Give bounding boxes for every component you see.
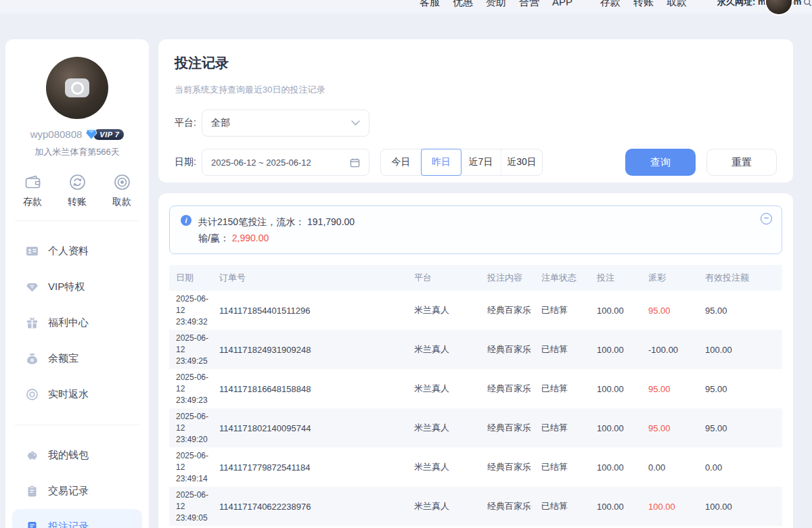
cell-order-no: 1141171824931909248 [215, 330, 410, 369]
nav-deposit[interactable]: 存款 [600, 0, 621, 10]
quick-date-last7[interactable]: 近7日 [461, 149, 501, 175]
sidebar-item-label: 余额宝 [48, 352, 78, 365]
sidebar: wyp080808 VIP 7 加入米兰体育第566天 存款 [5, 39, 149, 528]
cell-time: 23:49:23 [176, 395, 211, 406]
sidebar-item-rebate[interactable]: 实时返水 [12, 377, 142, 412]
quick-action-label: 取款 [112, 196, 131, 208]
platform-selected-value: 全部 [211, 117, 230, 129]
top-navigation-bar: 客服 优惠 赞助 合营 APP 存款 转账 取款 永久网址: milan.com [0, 0, 812, 14]
sidebar-item-yuebao[interactable]: 余额宝 [12, 341, 142, 377]
date-label: 日期: [175, 156, 202, 168]
page-layout: wyp080808 VIP 7 加入米兰体育第566天 存款 [5, 39, 793, 528]
quick-action-transfer[interactable]: 转账 [68, 173, 87, 208]
sidebar-item-wallet[interactable]: 我的钱包 [12, 437, 142, 473]
quick-date-today[interactable]: 今日 [381, 149, 422, 175]
quick-action-label: 转账 [68, 196, 87, 208]
col-bet: 投注 [593, 265, 644, 291]
cell-order-no: 1141171802140095744 [215, 408, 410, 448]
cell-bet: 100.00 [593, 487, 644, 526]
cell-content: 经典百家乐 [483, 330, 537, 369]
quick-date-last30[interactable]: 近30日 [501, 149, 542, 175]
wallet-icon [24, 173, 42, 191]
nav-promotions[interactable]: 优惠 [453, 0, 473, 10]
sidebar-menu-1: 个人资料 VIP特权 福利中心 余额宝 [5, 233, 149, 412]
cell-content: 经典百家乐 [483, 448, 537, 487]
cell-time: 23:49:32 [176, 316, 211, 328]
nav-partnership[interactable]: 合营 [519, 0, 539, 10]
sidebar-item-transactions[interactable]: 交易记录 [12, 473, 142, 509]
sidebar-item-profile[interactable]: 个人资料 [12, 233, 142, 269]
permanent-url[interactable]: 永久网址: milan.com [717, 0, 812, 10]
clipboard-icon [26, 485, 39, 498]
rebate-icon [26, 388, 39, 401]
cell-payout: 95.00 [644, 291, 701, 330]
chevron-down-icon [351, 120, 360, 126]
gift-icon [26, 316, 39, 329]
col-valid-bet: 有效投注额 [701, 265, 782, 291]
diamond-icon [85, 129, 97, 140]
cell-content: 经典百家乐 [483, 408, 537, 448]
quick-action-withdraw[interactable]: 取款 [112, 173, 131, 208]
withdraw-icon [113, 173, 131, 191]
sidebar-divider [15, 425, 139, 425]
user-avatar[interactable] [46, 57, 108, 119]
page-subtitle: 当前系统支持查询最近30日的投注记录 [175, 84, 777, 96]
nav-customer-service[interactable]: 客服 [420, 0, 440, 10]
summary-turnover-value: 191,790.00 [307, 216, 355, 227]
summary-winloss-label: 输/赢： [198, 233, 229, 243]
cell-status: 已结算 [537, 448, 593, 487]
sidebar-item-bet-records[interactable]: 投注记录 [12, 509, 142, 528]
nav-transfer[interactable]: 转账 [633, 0, 654, 10]
sidebar-item-label: 实时返水 [48, 388, 89, 401]
vip-level-label: VIP 7 [93, 129, 124, 140]
cell-order-no: 1141171740622238976 [215, 487, 410, 526]
collapse-icon[interactable]: − [761, 213, 772, 224]
sidebar-item-label: 福利中心 [48, 316, 89, 329]
document-icon [26, 521, 39, 528]
sidebar-divider [15, 220, 139, 221]
quick-action-label: 存款 [23, 196, 42, 208]
sidebar-item-label: 个人资料 [48, 245, 89, 258]
table-row: 2025-06-1223:49:23 1141171816648158848 米… [169, 369, 782, 408]
cell-date: 2025-06-12 [176, 450, 211, 473]
main-content: 投注记录 当前系统支持查询最近30日的投注记录 平台: 全部 日期: 2025-… [158, 39, 793, 528]
col-payout: 派彩 [644, 265, 701, 291]
cell-valid-bet: 95.00 [701, 369, 782, 408]
table-row: 2025-06-1223:49:20 1141171802140095744 米… [169, 408, 782, 448]
quick-actions: 存款 转账 取款 [5, 173, 149, 208]
table-row: 2025-06-1223:49:25 1141171824931909248 米… [169, 330, 782, 369]
cell-content: 经典百家乐 [483, 487, 537, 526]
cell-content: 经典百家乐 [483, 369, 537, 408]
cell-order-no: 1141171816648158848 [215, 369, 410, 408]
topbar-avatar[interactable] [766, 0, 792, 14]
date-range-input[interactable]: 2025-06-12 ~ 2025-06-12 [202, 149, 369, 176]
nav-app[interactable]: APP [552, 0, 572, 10]
query-button[interactable]: 查询 [625, 149, 696, 176]
cell-valid-bet: 0.00 [701, 448, 782, 487]
cell-status: 已结算 [537, 408, 593, 448]
cell-platform: 米兰真人 [410, 487, 483, 526]
summary-total-label: 共计2150笔投注，流水： [198, 216, 304, 227]
cell-platform: 米兰真人 [410, 448, 483, 487]
quick-action-deposit[interactable]: 存款 [23, 173, 42, 208]
cell-status: 已结算 [537, 330, 593, 369]
quick-date-group: 今日 昨日 近7日 近30日 [380, 149, 543, 176]
platform-select[interactable]: 全部 [202, 110, 369, 137]
summary-line1: 共计2150笔投注，流水： 191,790.00 [198, 214, 355, 230]
nav-sponsorship[interactable]: 赞助 [486, 0, 506, 10]
cell-date: 2025-06-12 [176, 489, 211, 512]
cell-valid-bet: 100.00 [701, 487, 782, 526]
cell-payout: -100.00 [644, 330, 701, 369]
reset-button[interactable]: 重置 [706, 149, 777, 176]
cell-order-no: 1141171854401511296 [215, 291, 410, 330]
nav-withdraw[interactable]: 取款 [667, 0, 687, 10]
table-header-row: 日期 订单号 平台 投注内容 注单状态 投注 派彩 有效投注额 [169, 265, 782, 291]
cell-date: 2025-06-12 [176, 333, 211, 356]
sidebar-item-welfare[interactable]: 福利中心 [12, 305, 142, 341]
page-title: 投注记录 [175, 54, 777, 72]
sidebar-menu-2: 我的钱包 交易记录 投注记录 [5, 437, 149, 528]
top-nav: 客服 优惠 赞助 合营 APP 存款 转账 取款 永久网址: milan.com [420, 0, 812, 10]
quick-date-yesterday[interactable]: 昨日 [421, 149, 461, 176]
sidebar-item-vip[interactable]: VIP特权 [12, 269, 142, 305]
sidebar-item-label: 我的钱包 [48, 449, 89, 462]
